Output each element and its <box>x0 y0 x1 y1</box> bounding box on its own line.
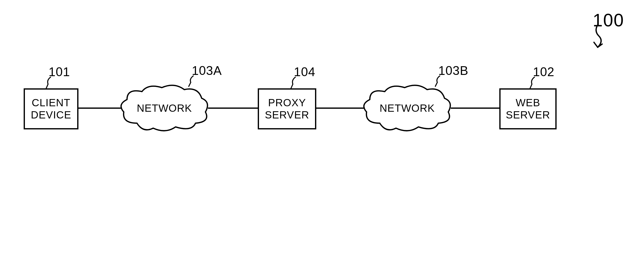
ref-proxy-lead <box>288 77 298 90</box>
node-proxy-server-label: PROXY SERVER <box>265 97 309 121</box>
ref-client-lead <box>44 77 54 90</box>
node-client-device: CLIENT DEVICE <box>24 88 78 129</box>
node-network-a: NETWORK <box>118 82 210 134</box>
ref-network-a-lead <box>186 76 196 87</box>
node-web-server: WEB SERVER <box>499 88 556 129</box>
node-web-server-label: WEB SERVER <box>506 97 550 121</box>
node-network-b: NETWORK <box>361 82 453 134</box>
node-network-b-label: NETWORK <box>380 102 435 114</box>
connector-networkA-proxy <box>208 107 258 109</box>
connector-client-networkA <box>77 107 122 109</box>
diagram-canvas: 100 CLIENT DEVICE NETWORK PROXY SERVER N… <box>0 0 644 269</box>
ref-network-b-lead <box>433 76 443 87</box>
node-network-a-label: NETWORK <box>137 102 192 114</box>
connector-proxy-networkB <box>315 107 365 109</box>
ref-network-b: 103B <box>438 63 468 78</box>
ref-network-a: 103A <box>192 63 222 78</box>
ref-web-lead <box>528 77 538 90</box>
node-client-device-label: CLIENT DEVICE <box>31 97 71 121</box>
node-proxy-server: PROXY SERVER <box>258 88 316 129</box>
figure-reference-arrow <box>588 24 612 53</box>
connector-networkB-web <box>451 107 499 109</box>
